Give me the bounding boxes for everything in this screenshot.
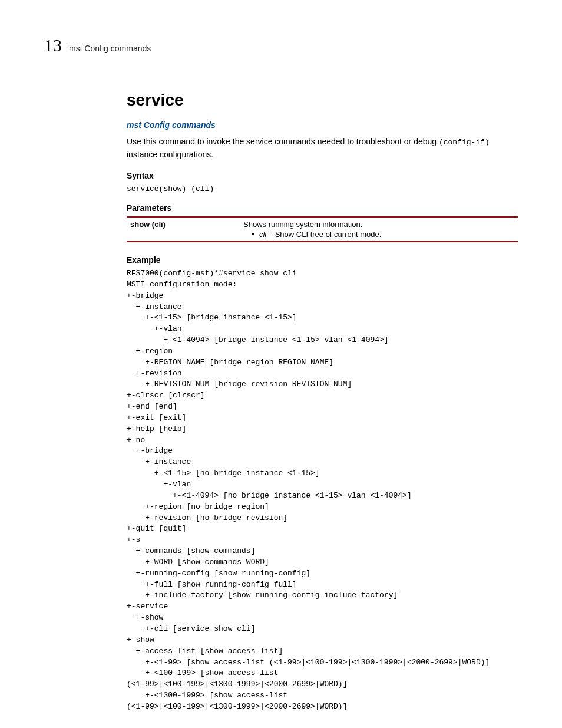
intro-text-before: Use this command to invoke the service c… [127, 137, 439, 146]
example-code: RFS7000(config-mst)*#service show cli MS… [127, 268, 518, 713]
parameters-heading: Parameters [127, 203, 518, 213]
param-desc-line1: Shows running system information. [243, 220, 514, 229]
syntax-code: service(show) (cli) [127, 184, 518, 195]
content-area: service mst Config commands Use this com… [127, 91, 518, 713]
intro-paragraph: Use this command to invoke the service c… [127, 136, 518, 160]
chapter-number: 13 [44, 35, 62, 55]
intro-inline-code: (config-if) [439, 138, 490, 147]
param-bullet: • cli – Show CLI tree of current mode. [252, 230, 514, 239]
param-name-cell: show (cli) [127, 217, 240, 242]
parameters-table: show (cli) Shows running system informat… [127, 216, 518, 242]
bullet-keyword: cli [259, 230, 266, 239]
intro-text-after: instance configurations. [127, 150, 213, 159]
bullet-sep: – [266, 230, 275, 239]
param-desc-cell: Shows running system information. • cli … [240, 217, 518, 242]
syntax-heading: Syntax [127, 171, 518, 180]
bullet-icon: • [252, 230, 254, 238]
bullet-text: Show CLI tree of current mode. [275, 230, 382, 239]
table-row: show (cli) Shows running system informat… [127, 217, 518, 242]
running-header: 13 mst Config commands [44, 35, 518, 55]
example-heading: Example [127, 255, 518, 265]
page-container: 13 mst Config commands service mst Confi… [0, 0, 562, 728]
page-title: service [127, 91, 518, 110]
breadcrumb-link[interactable]: mst Config commands [127, 120, 518, 130]
chapter-name: mst Config commands [69, 44, 151, 53]
bullet-content: cli – Show CLI tree of current mode. [259, 230, 381, 239]
